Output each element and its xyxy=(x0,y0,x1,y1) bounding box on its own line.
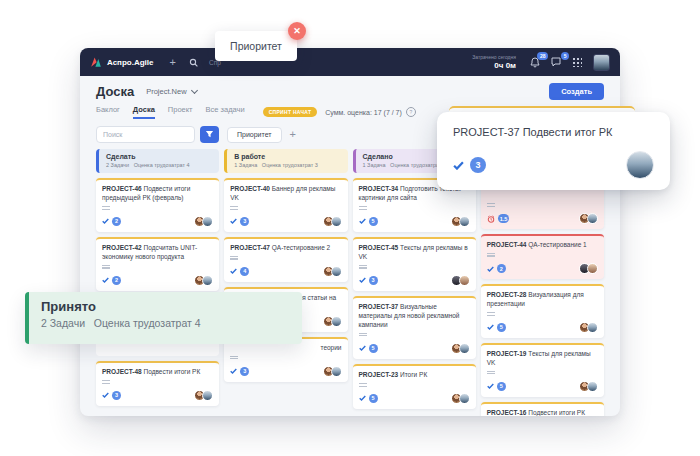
tab-item[interactable]: Доска xyxy=(133,105,155,119)
board-tabs: БаклогДоскаПроектВсе задачи xyxy=(96,105,258,119)
estimate-group: 5 xyxy=(487,382,506,391)
task-card[interactable]: PROJECT-45 Тексты для рекламы в VK3 xyxy=(353,237,476,291)
task-card[interactable]: PROJECT-48 Подвести итоги РК3 xyxy=(96,361,219,406)
task-card[interactable]: PROJECT-23 Итоги РК5 xyxy=(353,364,476,409)
task-card[interactable]: PROJECT-42 Подсчитать UNIT-экономику нов… xyxy=(96,237,219,291)
task-id: PROJECT-40 xyxy=(230,185,272,192)
assignee-avatars xyxy=(323,366,342,377)
task-card[interactable]: PROJECT-40 Баннер для рекламы VK3 xyxy=(224,178,347,232)
task-card[interactable]: PROJECT-16 Подвести итоги РК xyxy=(481,402,604,416)
task-title: PROJECT-28 Визуализация для презентации xyxy=(487,291,598,309)
estimate-group: 2 xyxy=(487,264,506,273)
task-title: PROJECT-46 Подвести итоги предыдущей РК … xyxy=(102,185,213,203)
screenshot-canvas: Аспро.Agile + Спр Затрачено сегодня 0ч 0… xyxy=(0,0,700,456)
task-card[interactable]: PROJECT-19 Тексты для рекламы VK5 xyxy=(481,343,604,397)
task-popup-card[interactable]: PROJECT-37 Подвести итог РК 3 xyxy=(437,112,670,190)
navbar-right: Затрачено сегодня 0ч 0м 28 5 xyxy=(472,54,610,71)
assignee-avatars xyxy=(194,390,213,401)
assignee-avatars xyxy=(451,393,470,404)
task-footer: 1.5 xyxy=(487,213,598,224)
description-icon xyxy=(102,380,110,385)
search-icon[interactable] xyxy=(189,58,198,67)
estimate-group: 3 xyxy=(230,367,249,376)
avatar xyxy=(202,216,213,227)
description-icon xyxy=(487,203,495,208)
estimate-group: 3 xyxy=(230,217,249,226)
chevron-down-icon xyxy=(191,87,198,94)
column-title: Сделать xyxy=(106,153,213,160)
time-tracked: Затрачено сегодня 0ч 0м xyxy=(472,54,516,70)
description-icon xyxy=(230,356,238,361)
avatar xyxy=(331,316,342,327)
estimate-badge: 5 xyxy=(369,344,378,353)
search-input[interactable] xyxy=(96,126,195,143)
priority-filter-chip[interactable]: Приоритет xyxy=(227,127,282,143)
messages-count-badge: 5 xyxy=(561,52,569,60)
column-header: В работе1 Задача Оценка трудозатрат 3 xyxy=(224,149,347,173)
tab-item[interactable]: Проект xyxy=(168,105,193,119)
app-name: Аспро.Agile xyxy=(107,58,154,67)
check-icon xyxy=(487,324,494,330)
estimate-badge: 3 xyxy=(240,217,249,226)
estimate-group: 5 xyxy=(359,344,378,353)
task-card[interactable]: 1.5 xyxy=(481,184,604,229)
assignee-avatars xyxy=(451,216,470,227)
column-cards: PROJECT-34 Подготовить тексты/картинки д… xyxy=(353,178,476,409)
tab-item[interactable]: Все задачи xyxy=(206,105,245,119)
assignee-avatars xyxy=(323,266,342,277)
notifications-bell-icon[interactable]: 28 xyxy=(530,57,540,68)
task-title: PROJECT-42 Подсчитать UNIT-экономику нов… xyxy=(102,244,213,262)
task-title: PROJECT-47 QA-тестирование 2 xyxy=(230,244,341,253)
task-id: PROJECT-19 xyxy=(487,350,529,357)
task-id: PROJECT-48 xyxy=(102,368,144,375)
task-id: PROJECT-47 xyxy=(230,244,272,251)
check-icon xyxy=(487,383,494,389)
task-card[interactable]: PROJECT-37 Визуальные материалы для ново… xyxy=(353,296,476,359)
info-icon[interactable]: ? xyxy=(406,107,416,117)
estimate-group: 3 xyxy=(102,391,121,400)
column-meta: 2 Задачи Оценка трудозатрат 4 xyxy=(106,162,213,168)
assignee-avatars xyxy=(194,275,213,286)
description-icon xyxy=(102,206,110,211)
add-filter-icon[interactable]: + xyxy=(290,129,296,140)
apps-grid-icon[interactable] xyxy=(572,57,582,67)
check-icon xyxy=(230,268,237,274)
messages-chat-icon[interactable]: 5 xyxy=(551,57,561,67)
column-cards: 1.5PROJECT-44 QA-тестирование 12PROJECT-… xyxy=(481,184,604,416)
filter-button[interactable] xyxy=(200,126,219,143)
task-card[interactable]: PROJECT-28 Визуализация для презентации5 xyxy=(481,284,604,338)
task-card[interactable]: PROJECT-44 QA-тестирование 12 xyxy=(481,234,604,279)
task-card[interactable]: PROJECT-46 Подвести итоги предыдущей РК … xyxy=(96,178,219,232)
add-icon[interactable]: + xyxy=(170,57,176,68)
estimate-badge: 3 xyxy=(240,367,249,376)
close-icon[interactable]: ✕ xyxy=(288,22,306,40)
page-title: Доска xyxy=(96,84,134,99)
description-icon xyxy=(230,256,238,261)
task-card[interactable]: PROJECT-47 QA-тестирование 24 xyxy=(224,237,347,282)
task-footer: 5 xyxy=(359,343,470,354)
description-icon xyxy=(359,333,367,338)
create-button[interactable]: Создать xyxy=(549,83,604,100)
accepted-title: Принято xyxy=(41,299,290,314)
assignee-avatars xyxy=(579,381,598,392)
estimate-badge: 1.5 xyxy=(498,214,510,223)
board-column: В работе1 Задача Оценка трудозатрат 3PRO… xyxy=(224,149,347,382)
user-avatar[interactable] xyxy=(593,54,610,71)
task-footer: 5 xyxy=(359,393,470,404)
project-selector[interactable]: Project.New xyxy=(146,87,196,96)
task-footer: 3 xyxy=(230,366,341,377)
tab-item[interactable]: Баклог xyxy=(96,105,120,119)
task-id: PROJECT-28 xyxy=(487,291,529,298)
task-title: PROJECT-23 Итоги РК xyxy=(359,371,470,380)
check-icon xyxy=(359,218,366,224)
task-footer: 2 xyxy=(102,275,213,286)
task-title: теории xyxy=(230,344,341,353)
task-footer: 5 xyxy=(487,322,598,333)
assignee-avatars xyxy=(323,216,342,227)
estimate-group: 3 xyxy=(359,276,378,285)
column-cards: PROJECT-40 Баннер для рекламы VK3PROJECT… xyxy=(224,178,347,382)
task-id: PROJECT-34 xyxy=(359,185,401,192)
description-icon xyxy=(102,265,110,270)
column-meta: 1 Задача Оценка трудозатрат 3 xyxy=(234,162,341,168)
estimate-badge: 4 xyxy=(240,267,249,276)
